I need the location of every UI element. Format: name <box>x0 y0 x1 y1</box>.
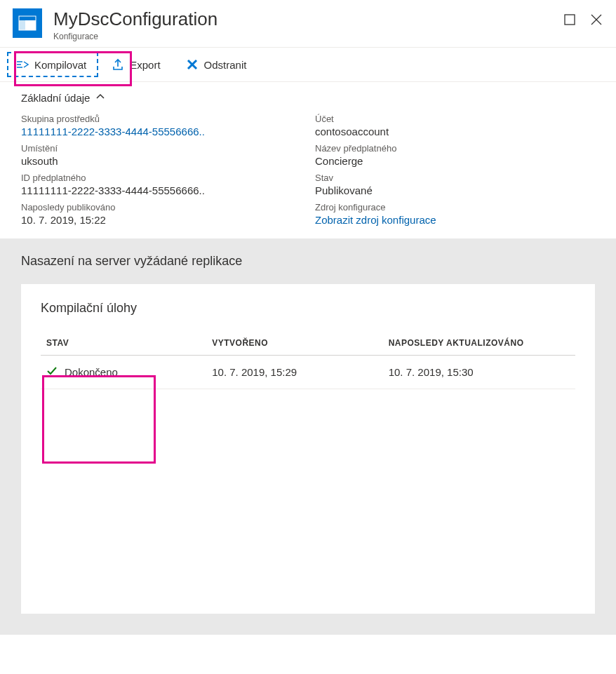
essentials-label: Základní údaje <box>21 92 90 104</box>
col-created[interactable]: VYTVOŘENO <box>206 331 382 356</box>
toolbar: Kompilovat Export Odstranit <box>0 48 616 82</box>
subscription-id-label: ID předplatného <box>21 173 301 183</box>
col-status[interactable]: STAV <box>41 331 206 356</box>
jobs-card: Kompilační úlohy STAV VYTVOŘENO NAPOSLED… <box>21 284 595 614</box>
export-icon <box>112 58 124 71</box>
col-updated[interactable]: NAPOSLEDY AKTUALIZOVÁNO <box>383 331 575 356</box>
config-source-link[interactable]: Zobrazit zdroj konfigurace <box>315 214 595 226</box>
row-status: Dokončeno <box>65 366 118 378</box>
delete-label: Odstranit <box>204 59 247 71</box>
checkmark-icon <box>46 365 58 379</box>
account-label: Účet <box>315 114 595 124</box>
compile-button[interactable]: Kompilovat <box>7 52 98 77</box>
last-published-value: 10. 7. 2019, 15:22 <box>21 214 301 226</box>
content-area: Základní údaje Skupina prostředků 111111… <box>0 82 616 669</box>
subscription-name-value: Concierge <box>315 155 595 167</box>
configuration-icon <box>13 8 42 38</box>
close-icon[interactable] <box>589 13 603 27</box>
export-button[interactable]: Export <box>102 52 172 77</box>
table-row[interactable]: Dokončeno 10. 7. 2019, 15:29 10. 7. 2019… <box>41 356 575 389</box>
chevron-up-icon <box>95 92 105 104</box>
location-value: uksouth <box>21 155 301 167</box>
delete-button[interactable]: Odstranit <box>177 52 259 77</box>
state-value: Publikované <box>315 184 595 196</box>
subscription-name-label: Název předplatného <box>315 143 595 154</box>
deploy-section-title: Nasazení na server vyžádané replikace <box>21 254 595 269</box>
page-subtitle: Konfigurace <box>53 32 563 41</box>
resource-group-value[interactable]: 11111111-2222-3333-4444-55556666.. <box>21 126 301 137</box>
resource-group-label: Skupina prostředků <box>21 114 301 124</box>
compile-label: Kompilovat <box>34 59 86 71</box>
row-updated: 10. 7. 2019, 15:30 <box>383 356 575 389</box>
jobs-table: STAV VYTVOŘENO NAPOSLEDY AKTUALIZOVÁNO <box>41 331 575 389</box>
delete-icon <box>186 58 199 71</box>
location-label: Umístění <box>21 143 301 154</box>
essentials-panel: Skupina prostředků 11111111-2222-3333-44… <box>0 111 616 238</box>
compile-icon <box>16 58 29 71</box>
last-published-label: Naposledy publikováno <box>21 202 301 213</box>
essentials-toggle[interactable]: Základní údaje <box>0 82 616 111</box>
row-created: 10. 7. 2019, 15:29 <box>206 356 382 389</box>
state-label: Stav <box>315 173 595 183</box>
account-value: contosoaccount <box>315 126 595 137</box>
page-title: MyDscConfiguration <box>53 8 563 30</box>
jobs-card-title: Kompilační úlohy <box>41 301 575 316</box>
maximize-icon[interactable] <box>563 13 577 27</box>
svg-rect-2 <box>19 20 25 30</box>
svg-rect-4 <box>565 15 575 25</box>
config-source-label: Zdroj konfigurace <box>315 202 595 213</box>
deploy-section: Nasazení na server vyžádané replikace Ko… <box>0 238 616 635</box>
export-label: Export <box>130 59 160 71</box>
subscription-id-value: 11111111-2222-3333-4444-55556666.. <box>21 184 301 196</box>
blade-header: MyDscConfiguration Konfigurace <box>0 0 616 48</box>
svg-rect-1 <box>19 16 36 20</box>
